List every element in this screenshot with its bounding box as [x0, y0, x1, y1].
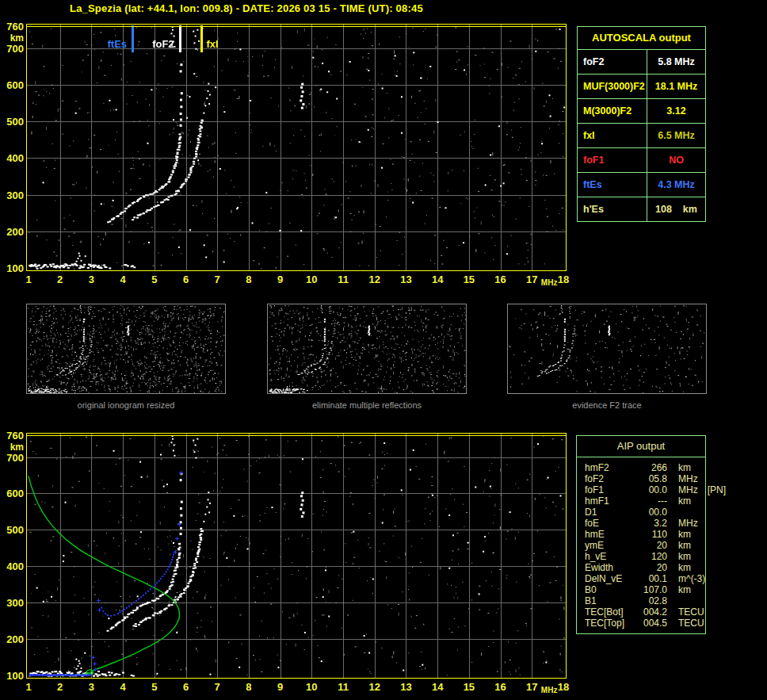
autoscala-param-value: 6.5 MHz — [647, 130, 705, 141]
y-tick-label: 700 — [6, 42, 24, 54]
x-tick-label: 12 — [369, 681, 380, 693]
x-tick-label: 16 — [494, 273, 506, 285]
aip-param-unit: TECU — [678, 606, 704, 618]
aip-param-unit: km — [678, 584, 691, 595]
y-tick-label: 300 — [6, 189, 24, 201]
aip-param-value: 004.2 — [635, 606, 667, 618]
aip-row-b1: B102.8 — [585, 595, 702, 606]
autoscala-row-fof2: foF25.8 MHz — [578, 49, 705, 74]
x-tick-label: 4 — [120, 681, 125, 693]
aip-param-value: 20 — [635, 562, 667, 573]
x-tick-label: 15 — [464, 273, 475, 285]
y-tick-label: 760 — [6, 21, 24, 33]
autoscala-param-label: ftEs — [578, 173, 647, 197]
x-tick-label: 3 — [89, 681, 94, 693]
thumbnail-caption-evidence: evidence F2 trace — [507, 400, 707, 410]
autoscala-param-value: 4.3 MHz — [647, 179, 705, 190]
aip-row-hmf1: hmF1---km — [585, 495, 702, 507]
x-tick-label: 2 — [57, 681, 63, 693]
x-tick-label: 14 — [432, 681, 443, 693]
aip-param-label: hmE — [585, 529, 635, 540]
aip-param-unit: km — [678, 529, 691, 540]
aip-param-label: D1 — [585, 507, 635, 518]
x-tick-label: 18 — [558, 681, 569, 693]
x-tick-label: 12 — [369, 273, 380, 285]
y-tick-label: 400 — [6, 152, 24, 164]
x-tick-label: 2 — [57, 273, 63, 285]
aip-param-value: 00.0 — [635, 507, 667, 518]
aip-row-foe: foE3.2MHz — [585, 518, 702, 529]
thumbnail-caption-eliminate: eliminate multiple reflections — [267, 400, 467, 410]
aip-table-body: hmF2266kmfoF205.8MHzfoF100.0MHz[PN]hmF1-… — [577, 457, 705, 633]
x-tick-label: 7 — [215, 681, 220, 693]
x-tick-label: 3 — [89, 273, 94, 285]
aip-param-label: ymE — [585, 540, 635, 551]
y-tick-label: 300 — [6, 597, 24, 609]
x-tick-label: 4 — [120, 273, 125, 285]
x-tick-label: 10 — [306, 273, 317, 285]
autoscala-param-label: M(3000)F2 — [578, 99, 647, 123]
aip-row-fof1: foF100.0MHz[PN] — [585, 484, 702, 495]
aip-param-label: DelN_vE — [585, 573, 635, 584]
aip-param-label: foF1 — [585, 484, 635, 495]
aip-param-unit: TECU — [678, 618, 704, 629]
y-tick-label: 500 — [6, 116, 24, 128]
x-tick-label: 8 — [246, 681, 251, 693]
y-tick-label: 600 — [6, 488, 24, 499]
profile-ionogram-canvas — [26, 433, 567, 679]
x-tick-label: 9 — [277, 681, 283, 693]
aip-param-label: hmF1 — [585, 495, 635, 507]
aip-row-hme: hmE110km — [585, 529, 702, 540]
autoscala-param-value: 3.12 — [647, 105, 705, 117]
x-tick-label: 17 — [526, 681, 537, 693]
aip-param-value: 00.1 — [635, 573, 667, 584]
aip-row-fof2: foF205.8MHz — [585, 473, 702, 484]
autoscala-param-label: fxI — [578, 124, 647, 147]
x-tick-label: 5 — [151, 681, 157, 693]
aip-param-label: B0 — [585, 584, 635, 595]
aip-row-hve: h_vE120km — [585, 551, 702, 562]
aip-param-value: 00.0 — [635, 484, 667, 495]
aip-param-unit: km — [678, 540, 691, 551]
autoscala-row-m3000f2: M(3000)F23.12 — [578, 98, 705, 123]
autoscala-table-header: AUTOSCALA output — [578, 27, 705, 49]
aip-param-unit: MHz — [678, 518, 698, 529]
y-tick-label: 700 — [6, 451, 24, 463]
aip-param-value: --- — [635, 495, 667, 507]
x-tick-label: 18 — [558, 273, 569, 285]
aip-row-delnve: DelN_vE00.1m^(-3) — [585, 573, 702, 584]
x-tick-label: 1 — [25, 681, 31, 693]
aip-param-label: hmF2 — [585, 462, 635, 473]
x-tick-label: 14 — [432, 273, 443, 285]
x-axis-unit-label: MHz — [541, 278, 558, 287]
autoscala-param-label: foF1 — [578, 148, 647, 172]
y-tick-label: 100 — [6, 670, 24, 682]
y-tick-label: 200 — [6, 225, 24, 237]
y-tick-label: 500 — [6, 524, 24, 536]
y-tick-label: 200 — [6, 633, 24, 645]
autoscala-row-hes: h'Es108 km — [578, 197, 705, 221]
x-tick-label: 6 — [183, 273, 189, 285]
aip-param-label: B1 — [585, 595, 635, 606]
aip-param-label: foF2 — [585, 473, 635, 484]
x-tick-label: 11 — [338, 681, 349, 693]
aip-param-unit: m^(-3) — [678, 573, 705, 584]
aip-output-table: AIP output hmF2266kmfoF205.8MHzfoF100.0M… — [576, 435, 706, 634]
aip-param-note: [PN] — [708, 484, 726, 495]
x-tick-label: 5 — [151, 273, 157, 285]
aip-param-value: 05.8 — [635, 473, 667, 484]
x-tick-label: 15 — [464, 681, 475, 693]
y-tick-label: 100 — [6, 262, 24, 274]
aip-param-unit: km — [678, 562, 691, 573]
aip-param-value: 004.5 — [635, 618, 667, 629]
autoscala-param-value: 5.8 MHz — [647, 56, 705, 67]
thumbnail-eliminate-reflections — [267, 304, 467, 394]
x-tick-label: 7 — [215, 273, 220, 285]
aip-param-label: h_vE — [585, 551, 635, 562]
aip-param-value: 266 — [635, 462, 667, 473]
x-axis-unit-label: MHz — [541, 686, 558, 694]
aip-param-value: 107.0 — [635, 584, 667, 595]
aip-param-value: 120 — [635, 551, 667, 562]
aip-row-tectop: TEC[Top]004.5TECU — [585, 618, 702, 629]
x-tick-label: 6 — [183, 681, 189, 693]
